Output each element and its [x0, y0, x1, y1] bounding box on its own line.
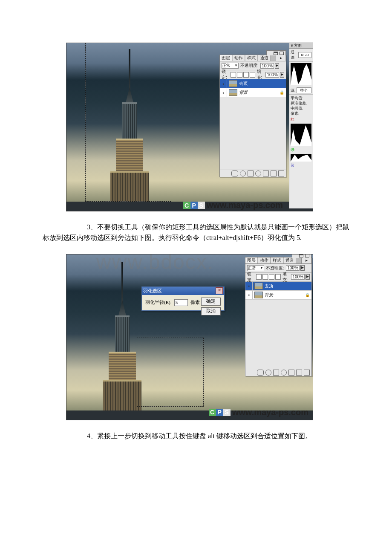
panel-window-controls[interactable] [266, 50, 286, 55]
paragraph-4: 4、紧接上一步切换到移动工具按住键盘 alt 键移动选区到合适位置如下图。 [43, 431, 349, 442]
histogram-panel: 直方图 通道: RGB 源: 整个 平均值: 标准偏差: 中间值: 像素: [289, 43, 313, 208]
svg-marker-0 [291, 64, 311, 85]
tab-channels[interactable]: 通道 [284, 257, 296, 263]
layer-item-background[interactable]: 背景 🔒 [245, 291, 311, 300]
selection-marquee [85, 43, 171, 202]
fill-label: 填充: [257, 69, 264, 81]
layer-thumbnail [229, 89, 237, 96]
panel-window-controls[interactable] [292, 254, 311, 258]
layer-thumbnail [254, 292, 263, 298]
adjustment-icon[interactable] [281, 370, 287, 376]
histogram-tab[interactable]: 直方图 [289, 43, 313, 49]
panel-footer [245, 369, 311, 376]
fx-icon[interactable] [265, 370, 271, 376]
histogram-red [291, 124, 311, 146]
channel-label: 通道: [291, 49, 297, 61]
channel-select[interactable]: RGB [298, 52, 311, 58]
tab-styles[interactable]: 样式 [271, 257, 283, 263]
ok-button[interactable]: 确定 [201, 298, 221, 306]
opacity-flyout-icon[interactable]: ▶ [300, 265, 305, 271]
watermark: C P S www.maya-ps.com [183, 200, 283, 210]
watermark: C P S www.maya-ps.com [209, 408, 308, 417]
opacity-flyout-icon[interactable]: ▶ [275, 63, 279, 69]
link-icon[interactable] [257, 370, 264, 376]
histogram-green [291, 154, 311, 162]
lock-toggle-group[interactable] [256, 274, 281, 280]
layer-name[interactable]: 去顶 [239, 81, 248, 87]
building-illustration [103, 262, 141, 420]
channel-green-label: 绿 [289, 147, 313, 153]
lock-label: 锁定: [247, 271, 254, 283]
adjustment-icon[interactable] [255, 171, 261, 176]
fill-flyout-icon[interactable]: ▶ [280, 72, 284, 78]
histogram-stats: 平均值: 标准偏差: 中间值: 像素: [289, 95, 313, 117]
feather-dialog: 羽化选区 ✕ 羽化半径(R): 5 像素 确定 取消 [141, 286, 225, 311]
screenshot-2: www.bdocx. 羽化选区 ✕ 羽化半径(R): 5 像素 [66, 254, 313, 420]
logo-c-icon: C [183, 202, 190, 209]
panel-tabs[interactable]: 图层 动作 样式 通道 ▸ [220, 55, 286, 61]
layer-item-top[interactable]: 去顶 [220, 79, 286, 88]
screenshot-1: 图层 动作 样式 通道 ▸ 正常 不透明度: 100% ▶ 锁定: [66, 43, 313, 211]
layer-item-top[interactable]: 去顶 [245, 282, 311, 291]
layer-name[interactable]: 背景 [265, 292, 273, 298]
watermark-text: www.maya-ps.com [232, 408, 308, 417]
mask-icon[interactable] [273, 370, 279, 376]
new-layer-icon[interactable] [296, 370, 302, 376]
trash-icon[interactable] [278, 171, 284, 176]
tab-channels[interactable]: 通道 [258, 55, 271, 61]
tab-actions[interactable]: 动作 [258, 257, 271, 263]
feather-unit-label: 像素 [190, 299, 200, 306]
panel-tabs[interactable]: 图层 动作 样式 通道 ▸ [245, 257, 311, 264]
layer-name[interactable]: 背景 [239, 90, 248, 95]
tab-layers[interactable]: 图层 [220, 55, 232, 61]
eye-icon[interactable] [220, 88, 227, 97]
link-icon[interactable] [231, 171, 238, 176]
histogram-rgb [291, 63, 311, 85]
eye-icon[interactable] [245, 291, 253, 299]
blend-mode-select[interactable]: 正常 [247, 265, 264, 271]
tab-actions[interactable]: 动作 [233, 55, 245, 61]
tab-styles[interactable]: 样式 [245, 55, 258, 61]
lock-icon: 🔒 [280, 90, 284, 95]
svg-marker-1 [291, 125, 311, 146]
folder-icon[interactable] [263, 171, 269, 176]
eye-icon[interactable] [245, 282, 253, 290]
logo-s-icon: S [223, 409, 231, 416]
trash-icon[interactable] [304, 370, 310, 376]
lock-toggle-group[interactable] [231, 72, 255, 78]
source-select[interactable]: 整个 [297, 87, 311, 93]
eye-icon[interactable] [220, 79, 227, 88]
opacity-label: 不透明度: [240, 63, 259, 69]
cancel-button[interactable]: 取消 [201, 307, 221, 315]
panel-menu-icon[interactable]: ▸ [276, 55, 286, 61]
fill-label: 填充: [282, 271, 290, 283]
fill-input[interactable]: 100% [291, 274, 305, 280]
layer-item-background[interactable]: 背景 🔒 [220, 88, 286, 97]
svg-marker-2 [291, 155, 311, 162]
feather-radius-input[interactable]: 5 [174, 299, 188, 306]
channel-blue-label: 蓝 [289, 163, 313, 168]
lock-label: 锁定: [222, 69, 229, 81]
watermark-text: www.maya-ps.com [207, 200, 283, 210]
tab-layers[interactable]: 图层 [245, 257, 258, 263]
logo-s-icon: S [198, 202, 205, 209]
new-layer-icon[interactable] [271, 171, 277, 176]
logo-c-icon: C [209, 409, 216, 416]
opacity-input[interactable]: 100% [286, 265, 300, 271]
feather-radius-label: 羽化半径(R): [145, 299, 172, 306]
panel-menu-icon[interactable]: ▸ [301, 257, 311, 263]
layer-name[interactable]: 去顶 [265, 283, 273, 289]
fill-flyout-icon[interactable]: ▶ [306, 274, 310, 280]
channel-red-label: 红 [289, 117, 313, 122]
dialog-title: 羽化选区 [143, 288, 162, 294]
folder-icon[interactable] [288, 370, 294, 376]
close-icon[interactable]: ✕ [216, 287, 223, 294]
mask-icon[interactable] [248, 171, 254, 176]
source-label: 源: [291, 88, 296, 93]
fill-input[interactable]: 100% [265, 72, 279, 78]
layers-panel: 图层 动作 样式 通道 ▸ 正常 不透明度: 100% ▶ 锁定: [245, 257, 312, 376]
opacity-input[interactable]: 100% [260, 63, 274, 69]
opacity-label: 不透明度: [266, 265, 284, 271]
fx-icon[interactable] [240, 171, 246, 176]
blend-mode-select[interactable]: 正常 [222, 63, 239, 69]
